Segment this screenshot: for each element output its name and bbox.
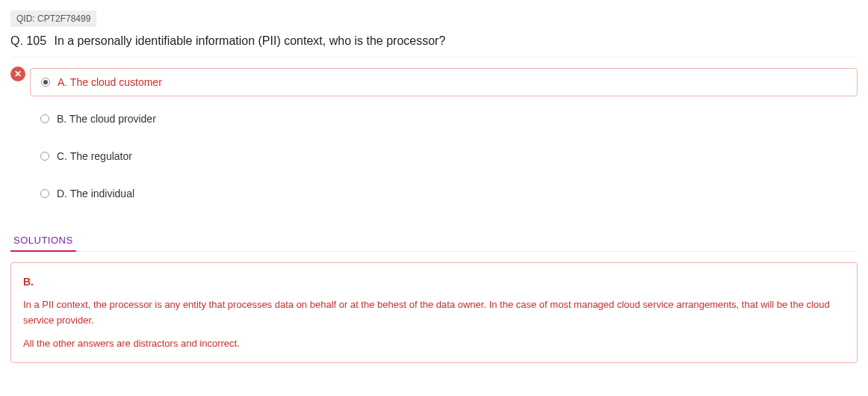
answers-block: ✕ A. The cloud customer B. The cloud pro… <box>10 68 858 208</box>
solutions-tab-wrap: SOLUTIONS <box>10 229 858 252</box>
option-d-text: D. The individual <box>57 188 134 199</box>
answer-option-c[interactable]: C. The regulator <box>30 141 858 171</box>
wrong-icon: ✕ <box>10 66 25 81</box>
solutions-tab[interactable]: SOLUTIONS <box>10 230 76 252</box>
radio-b[interactable] <box>40 114 49 123</box>
solution-heading: B. <box>23 273 845 290</box>
solution-paragraph-2: All the other answers are distractors an… <box>23 336 845 352</box>
answer-option-a[interactable]: A. The cloud customer <box>30 68 858 96</box>
question-row: Q. 105 In a personally identifiable info… <box>10 34 858 48</box>
answer-option-d[interactable]: D. The individual <box>30 179 858 208</box>
option-b-text: B. The cloud provider <box>57 113 156 125</box>
option-a-text: A. The cloud customer <box>58 76 162 88</box>
radio-a[interactable] <box>41 78 50 87</box>
option-c-text: C. The regulator <box>57 150 132 162</box>
divider <box>10 57 858 58</box>
question-number: Q. 105 <box>10 34 46 47</box>
qid-badge: QID: CPT2F78499 <box>10 10 96 27</box>
answer-option-b[interactable]: B. The cloud provider <box>30 104 858 134</box>
radio-c[interactable] <box>40 152 49 161</box>
solution-box: B. In a PII context, the processor is an… <box>10 262 858 363</box>
solution-paragraph-1: In a PII context, the processor is any e… <box>23 297 845 329</box>
question-text: In a personally identifiable information… <box>54 34 445 47</box>
radio-d[interactable] <box>40 189 49 198</box>
